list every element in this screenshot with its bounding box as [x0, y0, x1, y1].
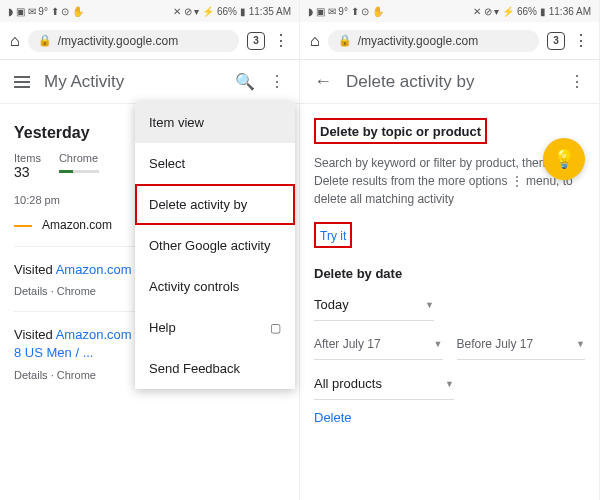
app-bar: My Activity 🔍 ⋮ — [0, 60, 299, 104]
chevron-down-icon: ▼ — [445, 379, 454, 389]
url-box[interactable]: 🔒 /myactivity.google.com — [328, 30, 539, 52]
items-label: Items — [14, 152, 41, 164]
browser-menu-icon[interactable]: ⋮ — [273, 31, 289, 50]
lock-icon: 🔒 — [338, 34, 352, 47]
menu-activity-controls[interactable]: Activity controls — [135, 266, 295, 307]
highlight-box: Delete by topic or product — [314, 118, 487, 144]
status-icons-right: ✕ ⊘ ▾ ⚡ 66% ▮ — [173, 6, 246, 17]
highlight-box: Try it — [314, 222, 352, 248]
back-icon[interactable]: ← — [314, 71, 332, 92]
items-value: 33 — [14, 164, 41, 180]
menu-select[interactable]: Select — [135, 143, 295, 184]
overflow-menu-icon[interactable]: ⋮ — [269, 72, 285, 91]
bulb-icon: 💡 — [553, 148, 575, 170]
browser-menu-icon[interactable]: ⋮ — [573, 31, 589, 50]
menu-help[interactable]: Help▢ — [135, 307, 295, 348]
status-icons-left: ◗ ▣ ✉ 9° ⬆ ⊙ ✋ — [8, 6, 84, 17]
chrome-bar — [59, 170, 99, 173]
overflow-menu: Item view Select Delete activity by Othe… — [135, 102, 295, 389]
try-it-link[interactable]: Try it — [320, 229, 346, 243]
delete-button[interactable]: Delete — [314, 410, 585, 425]
address-bar: ⌂ 🔒 /myactivity.google.com 3 ⋮ — [0, 22, 299, 60]
menu-item-view[interactable]: Item view — [135, 102, 295, 143]
hamburger-icon[interactable] — [14, 76, 30, 88]
chrome-label: Chrome — [59, 152, 99, 164]
chevron-down-icon: ▼ — [576, 339, 585, 349]
chevron-down-icon: ▼ — [425, 300, 434, 310]
url-text: /myactivity.google.com — [58, 34, 179, 48]
amazon-icon — [14, 223, 32, 227]
chevron-down-icon: ▼ — [434, 339, 443, 349]
product-select[interactable]: All products▼ — [314, 368, 454, 400]
tip-fab[interactable]: 💡 — [543, 138, 585, 180]
highlight-box: Delete activity by — [135, 184, 295, 225]
menu-feedback[interactable]: Send Feedback — [135, 348, 295, 389]
date-range-select[interactable]: Today▼ — [314, 289, 434, 321]
url-box[interactable]: 🔒 /myactivity.google.com — [28, 30, 239, 52]
topic-heading: Delete by topic or product — [320, 124, 481, 139]
status-icons-left: ◗ ▣ ✉ 9° ⬆ ⊙ ✋ — [308, 6, 384, 17]
external-icon: ▢ — [270, 321, 281, 335]
lock-icon: 🔒 — [38, 34, 52, 47]
home-icon[interactable]: ⌂ — [10, 32, 20, 50]
status-bar: ◗ ▣ ✉ 9° ⬆ ⊙ ✋ ✕ ⊘ ▾ ⚡ 66% ▮ 11:35 AM — [0, 0, 299, 22]
menu-delete-activity[interactable]: Delete activity by — [135, 184, 295, 225]
tab-count[interactable]: 3 — [247, 32, 265, 50]
page-title: My Activity — [44, 72, 221, 92]
before-date-select[interactable]: Before July 17▼ — [457, 329, 586, 360]
page-title: Delete activity by — [346, 72, 555, 92]
url-text: /myactivity.google.com — [358, 34, 479, 48]
after-date-select[interactable]: After July 17▼ — [314, 329, 443, 360]
address-bar: ⌂ 🔒 /myactivity.google.com 3 ⋮ — [300, 22, 599, 60]
home-icon[interactable]: ⌂ — [310, 32, 320, 50]
status-icons-right: ✕ ⊘ ▾ ⚡ 66% ▮ — [473, 6, 546, 17]
search-icon[interactable]: 🔍 — [235, 72, 255, 91]
overflow-menu-icon[interactable]: ⋮ — [569, 72, 585, 91]
date-heading: Delete by date — [314, 266, 585, 281]
tab-count[interactable]: 3 — [547, 32, 565, 50]
app-bar: ← Delete activity by ⋮ — [300, 60, 599, 104]
right-screenshot: ◗ ▣ ✉ 9° ⬆ ⊙ ✋ ✕ ⊘ ▾ ⚡ 66% ▮ 11:36 AM ⌂ … — [300, 0, 600, 500]
left-screenshot: ◗ ▣ ✉ 9° ⬆ ⊙ ✋ ✕ ⊘ ▾ ⚡ 66% ▮ 11:35 AM ⌂ … — [0, 0, 300, 500]
menu-other-activity[interactable]: Other Google activity — [135, 225, 295, 266]
status-time: 11:35 AM — [249, 6, 291, 17]
status-time: 11:36 AM — [549, 6, 591, 17]
amazon-label: Amazon.com — [42, 218, 112, 232]
status-bar: ◗ ▣ ✉ 9° ⬆ ⊙ ✋ ✕ ⊘ ▾ ⚡ 66% ▮ 11:36 AM — [300, 0, 599, 22]
